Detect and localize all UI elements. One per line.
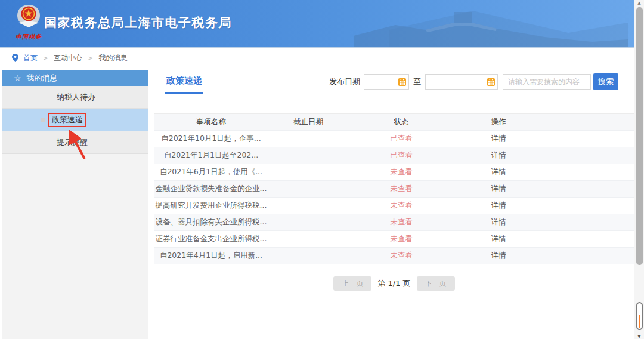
breadcrumb-separator: > (43, 54, 48, 62)
date-from-field (364, 74, 409, 90)
sidebar-item-taxpayer-todo[interactable]: 纳税人待办 (2, 86, 148, 109)
tab-policy-express[interactable]: 政策速递 (165, 69, 203, 94)
col-header-item-name: 事项名称 (154, 117, 268, 127)
page: 中国税务 国家税务总局上海市电子税务局 首页 > 互动中心 > 我的消息 ☆ 我… (0, 0, 634, 339)
page-info: 第 1/1 页 (377, 278, 410, 289)
col-header-status: 状态 (349, 117, 454, 127)
emblem-icon (15, 4, 42, 30)
date-to-input[interactable] (426, 75, 497, 89)
table-row: 金融企业贷款损失准备金的企业... 未查看 详情 (154, 181, 634, 198)
filter-bar: 发布日期 至 (329, 73, 618, 90)
row-title: 设备、器具扣除有关企业所得税... (154, 217, 268, 227)
detail-link[interactable]: 详情 (454, 217, 543, 227)
search-button[interactable]: 搜索 (593, 73, 618, 90)
table-row: 提高研究开发费用企业所得税税... 未查看 详情 (154, 198, 634, 214)
row-title: 自2021年6月1日起，使用《... (154, 167, 268, 177)
status-badge: 未查看 (349, 201, 454, 211)
col-header-deadline: 截止日期 (268, 117, 349, 127)
status-badge: 未查看 (349, 234, 454, 244)
breadcrumb: 首页 > 互动中心 > 我的消息 (0, 48, 634, 67)
message-table: 事项名称 截止日期 状态 操作 自2021年10月1日起，企事... 已查看 详… (154, 113, 634, 264)
logo-caption: 中国税务 (13, 33, 44, 41)
table-header-row: 事项名称 截止日期 状态 操作 (154, 114, 634, 131)
site-title: 国家税务总局上海市电子税务局 (44, 14, 232, 31)
header-banner: 中国税务 国家税务总局上海市电子税务局 (0, 0, 634, 48)
detail-link[interactable]: 详情 (454, 184, 543, 194)
pagination: 上一页 第 1/1 页 下一页 (154, 276, 634, 291)
main-content: 政策速递 发布日期 至 (154, 67, 634, 339)
breadcrumb-interaction-center[interactable]: 互动中心 (54, 53, 82, 63)
sidebar-header: ☆ 我的消息 (2, 70, 148, 86)
row-title: 自2021年10月1日起，企事... (154, 134, 268, 144)
table-row: 设备、器具扣除有关企业所得税... 未查看 详情 (154, 214, 634, 231)
row-title: 自2021年4月1日起，启用新... (154, 251, 268, 261)
sidebar-item-label: 政策速递 (52, 115, 83, 124)
detail-link[interactable]: 详情 (454, 167, 543, 177)
row-title: 自2021年1月1日起至202... (154, 150, 268, 161)
sidebar-item-tips-reminder[interactable]: 提示提醒 (2, 131, 148, 154)
search-field (503, 74, 591, 90)
sidebar-item-label: 提示提醒 (57, 137, 88, 148)
status-badge: 已查看 (349, 134, 454, 144)
row-title: 证券行业准备金支出企业所得税... (154, 234, 268, 244)
tax-bureau-logo: 中国税务 (13, 4, 44, 41)
status-badge: 未查看 (349, 217, 454, 227)
detail-link[interactable]: 详情 (454, 134, 543, 144)
detail-link[interactable]: 详情 (454, 251, 543, 261)
scroll-down-arrow-icon[interactable]: ▼ (634, 334, 644, 339)
calendar-icon[interactable] (398, 78, 406, 88)
scroll-up-arrow-icon[interactable]: ▲ (634, 1, 644, 5)
scrollbar: ▲ ▼ (634, 0, 644, 339)
sidebar-item-policy-express[interactable]: 政策速递 (2, 109, 148, 131)
tab-bar: 政策速递 发布日期 至 (154, 67, 634, 95)
col-header-action: 操作 (454, 117, 543, 127)
sidebar-header-label: 我的消息 (27, 73, 58, 84)
scroll-position-indicator (636, 302, 643, 330)
status-badge: 未查看 (349, 167, 454, 177)
detail-link[interactable]: 详情 (454, 150, 543, 161)
breadcrumb-separator: > (88, 54, 93, 62)
table-row: 自2021年1月1日起至202... 已查看 详情 (154, 147, 634, 164)
detail-link[interactable]: 详情 (454, 234, 543, 244)
prev-page-button[interactable]: 上一页 (333, 276, 371, 291)
row-title: 金融企业贷款损失准备金的企业... (154, 184, 268, 194)
star-icon: ☆ (14, 73, 21, 83)
table-row: 自2021年4月1日起，启用新... 未查看 详情 (154, 248, 634, 264)
bullet-icon (41, 118, 45, 122)
table-row: 证券行业准备金支出企业所得税... 未查看 详情 (154, 231, 634, 248)
search-input[interactable] (503, 75, 590, 89)
row-title: 提高研究开发费用企业所得税税... (154, 201, 268, 211)
table-row: 自2021年6月1日起，使用《... 未查看 详情 (154, 164, 634, 181)
date-to-field (425, 74, 498, 90)
date-to-label: 至 (413, 76, 421, 87)
table-row: 自2021年10月1日起，企事... 已查看 详情 (154, 131, 634, 147)
sidebar: ☆ 我的消息 纳税人待办 政策速递 提示提醒 (2, 70, 148, 339)
status-badge: 已查看 (349, 150, 454, 161)
scroll-indicator-fill (639, 315, 640, 328)
status-badge: 未查看 (349, 184, 454, 194)
next-page-button[interactable]: 下一页 (417, 276, 455, 291)
sidebar-item-label: 纳税人待办 (57, 92, 95, 103)
location-pin-icon (12, 54, 18, 62)
publish-date-label: 发布日期 (329, 76, 360, 87)
status-badge: 未查看 (349, 251, 454, 261)
annotation-box: 政策速递 (48, 113, 86, 127)
detail-link[interactable]: 详情 (454, 201, 543, 211)
great-wall-background (348, 0, 634, 48)
breadcrumb-current: 我的消息 (98, 53, 127, 63)
breadcrumb-home[interactable]: 首页 (23, 53, 38, 63)
scrollbar-thumb[interactable] (636, 7, 643, 265)
calendar-icon[interactable] (487, 78, 495, 88)
